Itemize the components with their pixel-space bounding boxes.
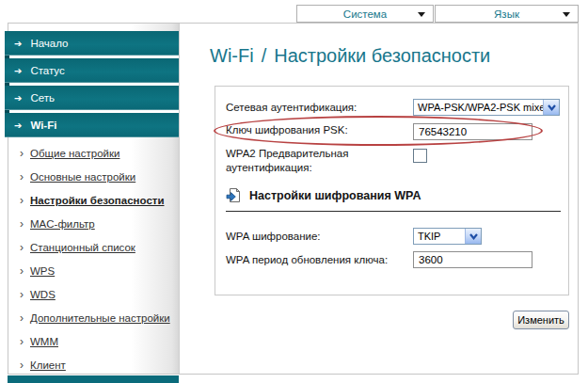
chevron-down-icon [418, 12, 425, 17]
arrow-right-icon: ➔ [14, 66, 22, 76]
sidebar-item-basic-settings[interactable]: › Основные настройки [5, 165, 174, 188]
sidebar-item-advanced-settings[interactable]: › Дополнительные настройки [5, 306, 174, 329]
submenu-link-label: Настройки безопасности [30, 195, 164, 206]
select-arrow-icon [465, 229, 481, 244]
sidebar-item-general-settings[interactable]: › Общие настройки [5, 141, 174, 165]
wpa-renewal-input[interactable] [413, 251, 532, 268]
submenu-link-label: Дополнительные настройки [30, 312, 170, 324]
bullet-icon: › [20, 288, 24, 301]
bullet-icon: › [20, 147, 24, 160]
sidebar-item-station-list[interactable]: › Станционный список [5, 235, 174, 259]
bullet-icon: › [20, 241, 24, 254]
language-menu-label: Язык [494, 8, 519, 20]
sidebar-item-wps[interactable]: › WPS [5, 259, 174, 282]
bullet-icon: › [20, 170, 24, 184]
bullet-icon: › [20, 217, 24, 231]
arrow-right-icon: ➔ [14, 39, 22, 49]
section-divider [226, 211, 561, 212]
sidebar-item-wds[interactable]: › WDS [5, 282, 174, 306]
wpa-encryption-label: WPA шифрование: [226, 231, 321, 242]
system-menu-label: Система [343, 8, 387, 20]
wpa-encryption-value: TKIP [414, 229, 465, 244]
bullet-icon: › [20, 335, 24, 348]
document-arrow-icon [226, 187, 241, 203]
sidebar-footer-bar [8, 375, 179, 383]
language-menu-dropdown[interactable]: Язык [435, 5, 579, 23]
bullet-icon: › [20, 264, 24, 278]
wpa-encryption-select[interactable]: TKIP [413, 228, 482, 245]
submenu-link-label: Станционный список [30, 242, 135, 253]
system-menu-dropdown[interactable]: Система [296, 5, 434, 23]
network-auth-value: WPA-PSK/WPA2-PSK mixed [414, 100, 543, 115]
network-auth-label: Сетевая аутентификация: [226, 102, 357, 113]
sidebar-item-label: Сеть [30, 92, 55, 104]
sidebar-item-mac-filter[interactable]: › MAC-фильтр [5, 212, 174, 235]
apply-button[interactable]: Изменить [513, 311, 569, 329]
sidebar-item-label: Статус [30, 65, 64, 76]
psk-key-label: Ключ шифрования PSK: [226, 124, 348, 136]
submenu-link-label: MAC-фильтр [30, 218, 95, 230]
arrow-right-icon: ➔ [14, 120, 22, 131]
sidebar-item-security-settings[interactable]: › Настройки безопасности [5, 188, 174, 212]
sidebar-item-wifi[interactable]: ➔ Wi-Fi [5, 113, 179, 137]
submenu-link-label: WMM [30, 336, 58, 347]
page-title-app: Wi-Fi [210, 45, 254, 66]
bullet-icon: › [20, 359, 24, 372]
arrow-right-icon: ➔ [14, 93, 22, 104]
sidebar-main-menu: ➔ Начало ➔ Статус ➔ Сеть ➔ Wi-Fi [5, 31, 179, 137]
page-title: Wi-Fi/Настройки безопасности [210, 45, 490, 67]
submenu-link-label: Основные настройки [30, 171, 135, 183]
wpa-encryption-section-header: Настройки шифрования WPA [226, 187, 421, 203]
sidebar-item-home[interactable]: ➔ Начало [5, 31, 179, 56]
submenu-link-label: WDS [30, 289, 56, 300]
wpa2-preauth-label: WPA2 Предварительная аутентификация: [226, 147, 410, 175]
wpa2-preauth-checkbox[interactable] [413, 149, 427, 163]
sidebar-item-wmm[interactable]: › WMM [5, 329, 174, 353]
sidebar-item-client[interactable]: › Клиент [5, 353, 174, 376]
sidebar-submenu: › Общие настройки › Основные настройки ›… [5, 141, 174, 376]
network-auth-select[interactable]: WPA-PSK/WPA2-PSK mixed [413, 99, 560, 116]
chevron-down-icon [563, 12, 570, 17]
sidebar-item-label: Wi-Fi [30, 120, 56, 131]
page-title-page: Настройки безопасности [274, 45, 490, 66]
sidebar-item-network[interactable]: ➔ Сеть [5, 86, 179, 110]
select-arrow-icon [543, 100, 559, 115]
sidebar-item-status[interactable]: ➔ Статус [5, 58, 179, 83]
submenu-link-label: Клиент [30, 359, 66, 371]
submenu-link-label: WPS [30, 265, 55, 277]
wpa-section-title: Настройки шифрования WPA [249, 189, 421, 202]
submenu-link-label: Общие настройки [30, 148, 119, 159]
sidebar-item-label: Начало [30, 38, 68, 49]
wpa-renewal-label: WPA период обновления ключа: [226, 254, 388, 265]
bullet-icon: › [20, 194, 24, 207]
bullet-icon: › [20, 311, 24, 325]
page-title-separator: / [262, 45, 267, 66]
security-settings-form: Сетевая аутентификация: WPA-PSK/WPA2-PSK… [215, 86, 569, 295]
psk-key-input[interactable] [413, 123, 532, 140]
